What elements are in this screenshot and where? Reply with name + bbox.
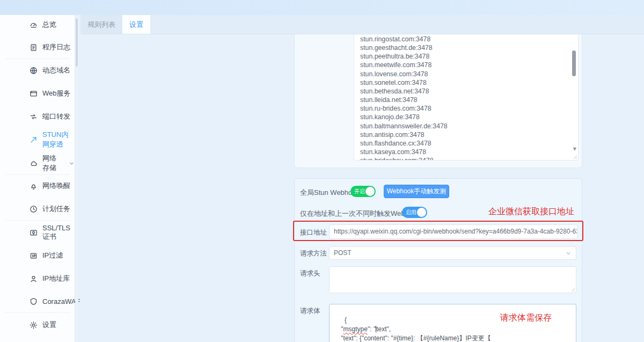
sidebar-item-ip-filter[interactable]: IP过滤 (0, 244, 75, 267)
request-method-label: 请求方法 (300, 249, 327, 258)
browser-icon (30, 90, 38, 98)
app-window: 总览程序日志动态域名Web服务端口转发STUN内网穿透网络存储网络唤醒计划任务S… (0, 0, 644, 342)
toggle-on-text: 开启 (354, 188, 365, 195)
sidebar-item-label: IP过滤 (42, 251, 63, 260)
sidebar-item-settings[interactable]: 设置 (0, 314, 75, 336)
sidebar-item-network-storage[interactable]: 网络存储 (0, 152, 75, 174)
sidebar-item-web-service[interactable]: Web服务 (0, 82, 75, 105)
globe-icon (30, 67, 38, 75)
toggle-knob (417, 208, 426, 217)
toggle-knob (365, 187, 375, 196)
sidebar-item-app-logs[interactable]: 程序日志 (0, 36, 75, 59)
sidebar-item-ssl-tls-cert[interactable]: SSL/TLS证书 (0, 221, 75, 244)
trigger-on-change-toggle[interactable]: 启用 (402, 207, 427, 218)
tab-settings[interactable]: 设置 (122, 15, 150, 34)
sidebar-scrollbar-thumb[interactable] (76, 18, 78, 67)
sidebar-item-label: 总览 (42, 20, 56, 30)
ip-icon (30, 252, 38, 260)
textarea-scrollbar-thumb[interactable] (572, 50, 576, 76)
sidebar-item-label: IP地址库 (42, 274, 70, 283)
tab-rule-list[interactable]: 规则列表 (80, 15, 123, 34)
arrow-through-icon (30, 136, 38, 144)
cloud-icon (30, 159, 38, 168)
gear-icon (30, 321, 38, 329)
sidebar-item-label: SSL/TLS证书 (42, 224, 75, 242)
request-method-value: POST (334, 249, 352, 257)
sidebar-item-ddns[interactable]: 动态域名 (0, 59, 75, 82)
toggle-enable-text: 启用 (406, 209, 416, 216)
sidebar-item-wake-on-lan[interactable]: 网络唤醒 (0, 174, 75, 197)
sidebar-item-label: STUN内网穿透 (42, 130, 75, 149)
request-headers-label: 请求头 (300, 269, 320, 278)
sidebar-item-label: 端口转发 (42, 112, 70, 121)
scroll-down-arrow-icon[interactable]: ▼ (573, 147, 576, 151)
clock-icon (30, 205, 38, 213)
sidebar-item-label: Web服务 (42, 89, 71, 98)
bell-icon (30, 182, 38, 190)
sidebar-item-scheduled-tasks[interactable]: 计划任务 (0, 198, 75, 220)
certificate-icon (30, 229, 38, 237)
api-url-input[interactable]: https://qyapi.weixin.qq.com/cgi-bin/webh… (329, 224, 577, 239)
request-headers-textarea[interactable] (329, 266, 576, 293)
sidebar-item-label: 程序日志 (42, 42, 70, 52)
sidebar-item-label: 网络唤醒 (42, 181, 70, 191)
arrows-cycle-icon (30, 113, 38, 121)
log-icon (30, 43, 38, 52)
stun-server-list-textarea[interactable]: stun.ringostat.com:3478 stun.geesthacht.… (354, 34, 579, 161)
tab-bar: 规则列表 设置 (80, 15, 644, 34)
shield-icon (30, 297, 38, 305)
sidebar-item-coraza-waf[interactable]: CorazaWAF (0, 290, 75, 312)
api-url-label: 接口地址 (300, 228, 327, 237)
sidebar-item-label: CorazaWAF (42, 297, 80, 305)
stun-server-list: stun.ringostat.com:3478 stun.geesthacht.… (354, 34, 578, 161)
request-body-textarea[interactable]: { "msgtype": "text", "text": {"content":… (329, 304, 576, 342)
request-body-label: 请求体 (300, 307, 320, 316)
resize-grip-icon[interactable] (570, 287, 575, 292)
gauge-icon (30, 21, 38, 29)
sidebar-item-label: 动态域名 (42, 66, 70, 75)
sidebar-divider (5, 312, 70, 313)
request-body-content: { "msgtype": "text", "text": {"content":… (334, 316, 491, 342)
sidebar: 总览程序日志动态域名Web服务端口转发STUN内网穿透网络存储网络唤醒计划任务S… (0, 15, 75, 342)
sidebar-item-port-forward[interactable]: 端口转发 (0, 105, 75, 128)
global-webhook-toggle[interactable]: 开启 (350, 186, 376, 197)
sidebar-item-overview[interactable]: 总览 (0, 13, 75, 36)
sidebar-item-label: 计划任务 (42, 204, 70, 214)
chevron-down-icon (61, 161, 75, 166)
request-method-select[interactable]: POST (329, 246, 576, 260)
top-band (0, 0, 644, 16)
webhook-manual-test-button[interactable]: Webhook手动触发测试 (384, 185, 449, 198)
chevron-down-icon (565, 250, 572, 257)
sidebar-item-ip-database[interactable]: IP地址库 (0, 267, 75, 290)
sidebar-item-stun-nat-traversal[interactable]: STUN内网穿透 (0, 128, 75, 151)
sidebar-item-label: 设置 (42, 320, 56, 330)
stun-settings-panel: stun.ringostat.com:3478 stun.geesthacht.… (294, 34, 582, 168)
sidebar-divider (5, 220, 70, 221)
sidebar-item-label: 网络存储 (42, 154, 56, 173)
webhook-settings-panel: 全局Stun Webhook 开启 Webhook手动触发测试 仅在地址和上一次… (294, 178, 582, 342)
person-icon (30, 275, 38, 283)
